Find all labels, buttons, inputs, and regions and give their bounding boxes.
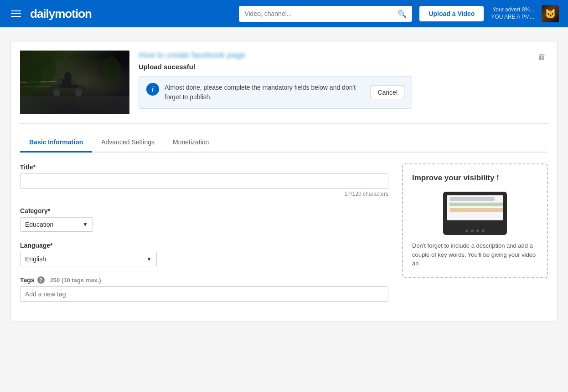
tab-advanced-settings[interactable]: Advanced Settings (92, 133, 164, 153)
menu-icon[interactable] (9, 9, 23, 19)
visibility-title: Improve your visibility ! (412, 173, 538, 183)
category-select[interactable]: Education ▼ (20, 217, 93, 232)
info-banner: i Almost done, please complete the manda… (139, 76, 412, 109)
svg-point-9 (75, 89, 82, 97)
language-chevron-down-icon: ▼ (146, 256, 152, 262)
screen-dot-1 (465, 229, 468, 232)
visibility-description: Don't forget to include a description an… (412, 241, 538, 268)
title-group: Title* 27/120 characters (20, 163, 388, 197)
avatar-image: 🐱 (542, 5, 559, 22)
video-upload-info: How to create facebook page Upload suces… (139, 51, 548, 109)
screen-line-3 (449, 208, 503, 212)
main-content: How to create facebook page Upload suces… (10, 41, 558, 321)
logo[interactable]: dailymotion (30, 7, 92, 21)
cancel-button[interactable]: Cancel (371, 86, 404, 99)
tab-monetization[interactable]: Monetization (164, 133, 218, 153)
tags-help-icon[interactable]: ? (37, 276, 45, 284)
avatar[interactable]: 🐱 (542, 5, 559, 22)
video-upload-section: How to create facebook page Upload suces… (20, 51, 548, 114)
tabs: Basic Information Advanced Settings Mone… (20, 133, 548, 153)
upload-video-button[interactable]: Upload a Video (419, 6, 484, 21)
form-left: Title* 27/120 characters Category* Educa… (20, 163, 388, 312)
thumbnail-svg (20, 51, 129, 114)
screen-dot-4 (482, 229, 485, 232)
svg-rect-13 (62, 79, 71, 86)
tags-info: 250 (10 tags max.) (50, 277, 101, 284)
screen-dots (443, 229, 507, 232)
search-bar: 🔍 (239, 6, 412, 22)
screen-line-2 (449, 203, 503, 206)
title-char-count: 27/120 characters (20, 191, 388, 197)
tags-group: Tags ? 250 (10 tags max.) (20, 276, 388, 302)
category-label: Category* (20, 207, 388, 214)
tab-basic-information[interactable]: Basic Information (20, 133, 92, 153)
form-right: Improve your visibility ! (402, 163, 548, 312)
info-icon: i (146, 83, 159, 96)
language-group: Language* English ▼ (20, 242, 388, 266)
tags-label: Tags ? 250 (10 tags max.) (20, 276, 388, 284)
category-value: Education (25, 221, 53, 228)
svg-point-7 (53, 89, 60, 97)
screen-dot-3 (476, 229, 479, 232)
title-label: Title* (20, 163, 388, 171)
visibility-illustration (443, 192, 507, 235)
category-chevron-down-icon: ▼ (83, 221, 88, 228)
search-button[interactable]: 🔍 (392, 6, 412, 22)
screen-inner (447, 195, 503, 220)
language-value: English (25, 255, 46, 263)
upload-success-label: Upload sucessful (139, 63, 548, 71)
category-group: Category* Education ▼ (20, 207, 388, 232)
svg-point-4 (39, 56, 56, 81)
search-input[interactable] (239, 6, 392, 21)
title-input[interactable] (20, 173, 388, 189)
divider (20, 123, 548, 124)
info-message: Almost done, please complete the mandato… (165, 83, 361, 102)
language-label: Language* (20, 242, 388, 249)
header: dailymotion 🔍 Upload a Video Your advert… (0, 0, 568, 27)
visibility-panel: Improve your visibility ! (402, 163, 548, 278)
video-thumbnail (20, 51, 129, 114)
form-layout: Title* 27/120 characters Category* Educa… (20, 163, 548, 312)
screen-line-1 (449, 197, 495, 201)
screen-dot-2 (471, 229, 474, 232)
language-select[interactable]: English ▼ (20, 252, 157, 266)
svg-point-5 (101, 56, 121, 86)
video-title-blurred: How to create facebook page (139, 51, 548, 60)
delete-icon[interactable]: 🗑 (536, 51, 548, 64)
tags-input[interactable] (20, 286, 388, 302)
user-info: Your advert 8%... YOU ARE A PM... (491, 6, 534, 20)
